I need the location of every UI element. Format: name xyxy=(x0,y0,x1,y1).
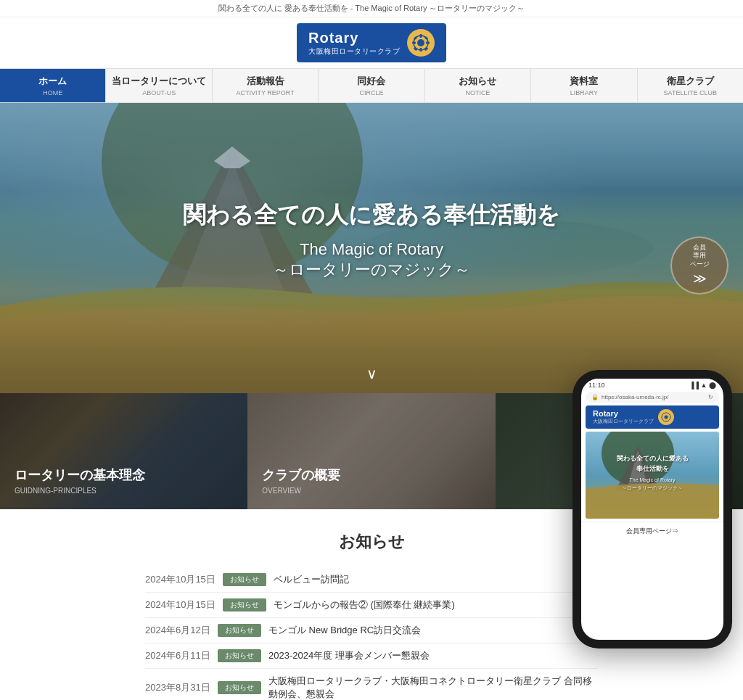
svg-point-17 xyxy=(665,416,668,419)
card-principles[interactable]: ロータリーの基本理念 GUIDNING-PRINCIPLES xyxy=(0,393,247,509)
nav-item-activity[interactable]: 活動報告 ACTIVITY REPORT xyxy=(213,69,319,102)
hero-text-block: 関わる全ての人に愛ある奉仕活動を The Magic of Rotary ～ロー… xyxy=(183,199,560,281)
card-overview-content: クラブの概要 OVERVIEW xyxy=(262,466,340,495)
notice-date-3: 2024年6月11日 xyxy=(145,649,210,662)
nav-circle-label: 同好会 xyxy=(321,75,421,88)
phone-hero-line1: 関わる全ての人に愛ある xyxy=(617,454,689,464)
lock-icon: 🔒 xyxy=(591,394,599,400)
phone-hero-line2: 奉仕活動を xyxy=(617,464,689,474)
hero-subline2: ～ロータリーのマジック～ xyxy=(183,259,560,281)
phone-hero-text: 関わる全ての人に愛ある 奉仕活動を The Magic of Rotary ～ロ… xyxy=(617,454,689,492)
nav-item-about[interactable]: 当ロータリーについて ABOUT-US xyxy=(106,69,212,102)
nav-about-sub: ABOUT-US xyxy=(109,89,208,96)
nav-about-label: 当ロータリーについて xyxy=(109,75,208,88)
notice-row-1: 2024年10月15日 お知らせ モンゴルからの報告② (国際奉仕 継続事業) xyxy=(145,593,598,618)
notice-text-1[interactable]: モンゴルからの報告② (国際奉仕 継続事業) xyxy=(274,598,598,612)
nav-item-circle[interactable]: 同好会 CIRCLE xyxy=(319,69,424,102)
top-bar-text: 関わる全ての人に 愛ある奉仕活動を - The Magic of Rotary … xyxy=(218,4,525,12)
header: Rotary 大阪梅田ロータリークラブ xyxy=(0,17,743,68)
notice-badge-2: お知らせ xyxy=(218,624,261,637)
main-nav: ホーム HOME 当ロータリーについて ABOUT-US 活動報告 ACTIVI… xyxy=(0,68,743,103)
nav-library-sub: LIBRARY xyxy=(534,89,633,96)
card-overview[interactable]: クラブの概要 OVERVIEW xyxy=(247,393,495,509)
nav-item-notice[interactable]: お知らせ NOTICE xyxy=(425,69,531,102)
notice-table: 2024年10月15日 お知らせ ベルビュー訪問記 2024年10月15日 お知… xyxy=(145,567,598,700)
top-bar: 関わる全ての人に 愛ある奉仕活動を - The Magic of Rotary … xyxy=(0,0,743,17)
scroll-down-icon[interactable]: ∨ xyxy=(366,365,377,382)
hero-section: 関わる全ての人に愛ある奉仕活動を The Magic of Rotary ～ロー… xyxy=(0,103,743,393)
phone-member-link-text: 会員専用ページ⇒ xyxy=(626,527,678,535)
logo[interactable]: Rotary 大阪梅田ロータリークラブ xyxy=(297,23,446,62)
nav-notice-sub: NOTICE xyxy=(428,89,528,96)
card-overview-sub: OVERVIEW xyxy=(262,487,340,495)
card-principles-content: ロータリーの基本理念 GUIDNING-PRINCIPLES xyxy=(15,466,145,495)
phone-hero-magic1: The Magic of Rotary xyxy=(617,477,689,485)
nav-satellite-sub: SATELLITE CLUB xyxy=(641,89,740,96)
phone-logo-text-area: Rotary 大阪梅田ロータリークラブ xyxy=(593,409,654,425)
nav-home-sub: HOME xyxy=(3,89,102,96)
phone-logo: Rotary 大阪梅田ロータリークラブ xyxy=(586,405,719,429)
notice-text-3[interactable]: 2023-2024年度 理事会メンバー懇親会 xyxy=(268,649,598,662)
nav-satellite-label: 衛星クラブ xyxy=(641,75,740,88)
phone-status-bar: 11:10 ▐▐ ▲ ⬤ xyxy=(581,379,723,392)
nav-library-label: 資料室 xyxy=(534,75,633,88)
chevron-right-icon: ≫ xyxy=(693,271,707,287)
member-btn-line3: ページ xyxy=(690,260,710,269)
phone-mockup: 11:10 ▐▐ ▲ ⬤ 🔒 https://osaka-umeda-rc.jp… xyxy=(572,370,732,648)
phone-screen: 11:10 ▐▐ ▲ ⬤ 🔒 https://osaka-umeda-rc.jp… xyxy=(581,379,723,640)
notice-date-2: 2024年6月12日 xyxy=(145,624,210,637)
svg-rect-3 xyxy=(420,48,422,52)
phone-url: https://osaka-umeda-rc.jp/ xyxy=(602,394,668,400)
phone-logo-gear-icon xyxy=(658,409,674,425)
nav-circle-sub: CIRCLE xyxy=(321,89,421,96)
nav-activity-sub: ACTIVITY REPORT xyxy=(215,89,315,96)
logo-title: Rotary xyxy=(308,30,400,46)
notice-badge-3: お知らせ xyxy=(218,649,261,662)
logo-text-area: Rotary 大阪梅田ロータリークラブ xyxy=(308,30,400,57)
hero-subline1: The Magic of Rotary xyxy=(183,240,560,259)
phone-logo-subtitle: 大阪梅田ロータリークラブ xyxy=(593,418,654,425)
phone-signal-icons: ▐▐ ▲ ⬤ xyxy=(689,382,716,389)
card-overview-title: クラブの概要 xyxy=(262,466,340,484)
phone-mockup-wrapper: 11:10 ▐▐ ▲ ⬤ 🔒 https://osaka-umeda-rc.jp… xyxy=(562,370,743,700)
notice-text-0[interactable]: ベルビュー訪問記 xyxy=(274,573,598,586)
notice-row-2: 2024年6月12日 お知らせ モンゴル New Bridge RC訪日交流会 xyxy=(145,618,598,643)
notice-badge-4: お知らせ xyxy=(218,681,261,694)
card-principles-title: ロータリーの基本理念 xyxy=(15,466,145,484)
phone-hero-magic2: ～ロータリーのマジック～ xyxy=(617,485,689,493)
phone-member-link[interactable]: 会員専用ページ⇒ xyxy=(581,522,723,540)
member-btn-line2: 専用 xyxy=(693,252,706,260)
svg-rect-5 xyxy=(426,42,430,44)
notice-row-0: 2024年10月15日 お知らせ ベルビュー訪問記 xyxy=(145,567,598,593)
phone-time: 11:10 xyxy=(588,382,605,389)
nav-notice-label: お知らせ xyxy=(428,75,528,88)
rotary-gear-icon xyxy=(407,29,435,57)
notice-badge-0: お知らせ xyxy=(223,573,266,586)
phone-hero: 関わる全ての人に愛ある 奉仕活動を The Magic of Rotary ～ロ… xyxy=(586,432,719,519)
notice-row-4: 2023年8月31日 お知らせ 大阪梅田ロータリークラブ・大阪梅田コネクトロータ… xyxy=(145,669,598,700)
notice-badge-1: お知らせ xyxy=(223,598,266,612)
hero-headline: 関わる全ての人に愛ある奉仕活動を xyxy=(183,199,560,231)
svg-rect-2 xyxy=(420,34,422,38)
notice-text-2[interactable]: モンゴル New Bridge RC訪日交流会 xyxy=(268,624,598,637)
notice-date-4: 2023年8月31日 xyxy=(145,681,210,694)
phone-logo-title: Rotary xyxy=(593,409,654,418)
notice-title: お知らせ xyxy=(145,531,598,553)
card-principles-sub: GUIDNING-PRINCIPLES xyxy=(15,487,145,495)
notice-row-3: 2024年6月11日 お知らせ 2023-2024年度 理事会メンバー懇親会 xyxy=(145,643,598,669)
nav-home-label: ホーム xyxy=(3,75,102,88)
svg-rect-4 xyxy=(412,42,416,44)
phone-url-bar[interactable]: 🔒 https://osaka-umeda-rc.jp/ ↻ xyxy=(586,392,719,403)
nav-item-home[interactable]: ホーム HOME xyxy=(0,69,106,102)
notice-text-4[interactable]: 大阪梅田ロータリークラブ・大阪梅田コネクトロータリー衛星クラブ 合同移動例会、懇… xyxy=(268,675,598,700)
nav-item-library[interactable]: 資料室 LIBRARY xyxy=(531,69,637,102)
nav-item-satellite[interactable]: 衛星クラブ SATELLITE CLUB xyxy=(638,69,743,102)
svg-point-1 xyxy=(417,39,424,46)
logo-subtitle: 大阪梅田ロータリークラブ xyxy=(308,46,400,57)
nav-activity-label: 活動報告 xyxy=(215,75,315,88)
member-page-button[interactable]: 会員 専用 ページ ≫ xyxy=(670,236,728,295)
notice-date-0: 2024年10月15日 xyxy=(145,573,215,586)
refresh-icon[interactable]: ↻ xyxy=(708,394,713,400)
notice-date-1: 2024年10月15日 xyxy=(145,598,215,612)
member-btn-line1: 会員 xyxy=(693,244,706,252)
